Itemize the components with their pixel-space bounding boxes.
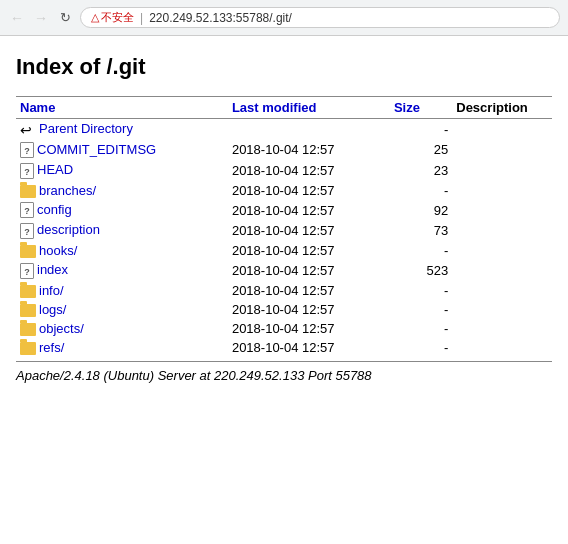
url-text: 220.249.52.133:55788/.git/ [149,11,292,25]
cell-desc [452,281,552,300]
cell-size: 23 [390,160,452,181]
cell-name: info/ [16,281,228,300]
col-header-size: Size [390,97,452,119]
table-row: ↩Parent Directory- [16,119,552,140]
url-separator: | [140,11,143,25]
cell-size: - [390,300,452,319]
col-header-name-link[interactable]: Name [20,100,55,115]
security-warning: △ 不安全 [91,10,134,25]
table-row: hooks/2018-10-04 12:57- [16,241,552,260]
file-link[interactable]: logs/ [39,302,66,317]
cell-name: ?index [16,260,228,281]
table-row: ?HEAD2018-10-04 12:5723 [16,160,552,181]
cell-name: ?config [16,200,228,221]
cell-size: - [390,119,452,140]
folder-icon [20,323,36,336]
cell-name: ?HEAD [16,160,228,181]
table-row: logs/2018-10-04 12:57- [16,300,552,319]
folder-icon [20,304,36,317]
page-title: Index of /.git [16,54,552,80]
col-header-name: Name [16,97,228,119]
file-link[interactable]: Parent Directory [39,121,133,136]
table-row: objects/2018-10-04 12:57- [16,319,552,338]
cell-size: - [390,281,452,300]
col-header-modified: Last modified [228,97,390,119]
cell-name: ?COMMIT_EDITMSG [16,140,228,161]
table-row: ?config2018-10-04 12:5792 [16,200,552,221]
cell-modified: 2018-10-04 12:57 [228,260,390,281]
cell-name: refs/ [16,338,228,357]
file-icon: ? [20,163,34,179]
cell-name: hooks/ [16,241,228,260]
cell-name: ?description [16,220,228,241]
cell-size: 92 [390,200,452,221]
file-link[interactable]: description [37,222,100,237]
file-link[interactable]: refs/ [39,340,64,355]
table-header: Name Last modified Size Description [16,97,552,119]
cell-size: 523 [390,260,452,281]
cell-desc [452,220,552,241]
folder-icon [20,342,36,355]
cell-modified: 2018-10-04 12:57 [228,319,390,338]
cell-modified: 2018-10-04 12:57 [228,338,390,357]
reload-button[interactable]: ↻ [56,9,74,27]
file-link[interactable]: COMMIT_EDITMSG [37,142,156,157]
cell-modified: 2018-10-04 12:57 [228,140,390,161]
cell-desc [452,119,552,140]
folder-icon [20,285,36,298]
cell-desc [452,319,552,338]
cell-name: ↩Parent Directory [16,119,228,140]
parent-icon: ↩ [20,122,36,138]
footer: Apache/2.4.18 (Ubuntu) Server at 220.249… [16,361,552,383]
table-row: ?COMMIT_EDITMSG2018-10-04 12:5725 [16,140,552,161]
folder-icon [20,185,36,198]
cell-modified: 2018-10-04 12:57 [228,200,390,221]
cell-desc [452,300,552,319]
cell-name: logs/ [16,300,228,319]
file-icon: ? [20,263,34,279]
cell-size: - [390,241,452,260]
file-icon: ? [20,223,34,239]
back-button[interactable]: ← [8,9,26,27]
file-link[interactable]: hooks/ [39,243,77,258]
cell-modified: 2018-10-04 12:57 [228,160,390,181]
file-link[interactable]: HEAD [37,162,73,177]
table-row: ?description2018-10-04 12:5773 [16,220,552,241]
cell-desc [452,260,552,281]
cell-size: - [390,338,452,357]
browser-chrome: ← → ↻ △ 不安全 | 220.249.52.133:55788/.git/ [0,0,568,36]
cell-desc [452,160,552,181]
table-row: info/2018-10-04 12:57- [16,281,552,300]
cell-size: 25 [390,140,452,161]
cell-modified: 2018-10-04 12:57 [228,300,390,319]
file-link[interactable]: index [37,262,68,277]
cell-size: - [390,181,452,200]
directory-table: Name Last modified Size Description ↩Par… [16,96,552,357]
file-link[interactable]: config [37,202,72,217]
cell-desc [452,241,552,260]
cell-size: 73 [390,220,452,241]
cell-desc [452,200,552,221]
file-icon: ? [20,202,34,218]
cell-name: objects/ [16,319,228,338]
col-header-modified-link[interactable]: Last modified [232,100,317,115]
cell-desc [452,338,552,357]
cell-size: - [390,319,452,338]
col-header-desc: Description [452,97,552,119]
folder-icon [20,245,36,258]
forward-button[interactable]: → [32,9,50,27]
file-link[interactable]: info/ [39,283,64,298]
table-row: branches/2018-10-04 12:57- [16,181,552,200]
cell-modified: 2018-10-04 12:57 [228,220,390,241]
table-body: ↩Parent Directory-?COMMIT_EDITMSG2018-10… [16,119,552,357]
cell-desc [452,181,552,200]
col-header-size-link[interactable]: Size [394,100,420,115]
table-row: ?index2018-10-04 12:57523 [16,260,552,281]
page-content: Index of /.git Name Last modified Size D… [0,36,568,399]
table-row: refs/2018-10-04 12:57- [16,338,552,357]
cell-name: branches/ [16,181,228,200]
address-bar[interactable]: △ 不安全 | 220.249.52.133:55788/.git/ [80,7,560,28]
cell-modified: 2018-10-04 12:57 [228,281,390,300]
file-link[interactable]: branches/ [39,183,96,198]
file-link[interactable]: objects/ [39,321,84,336]
